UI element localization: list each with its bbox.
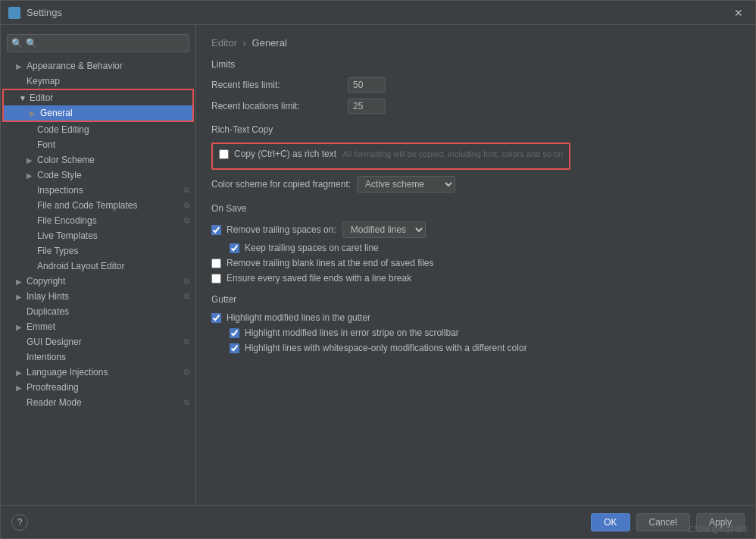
- help-button[interactable]: ?: [11, 514, 28, 531]
- recent-files-row: Recent files limit:: [211, 77, 740, 92]
- sidebar-item-gui-designer[interactable]: GUI Designer ⧉: [1, 334, 195, 349]
- sidebar-item-reader-mode[interactable]: Reader Mode ⧉: [1, 395, 195, 410]
- highlight-whitespace-row: Highlight lines with whitespace-only mod…: [211, 343, 740, 353]
- sidebar-item-keymap[interactable]: Keymap: [1, 74, 195, 89]
- close-button[interactable]: ✕: [729, 5, 748, 20]
- sidebar-item-general[interactable]: ▶ General: [4, 105, 192, 121]
- sidebar-item-label: Android Layout Editor: [37, 261, 189, 271]
- keep-trailing-row: Keep trailing spaces on caret line: [211, 243, 740, 253]
- copy-rich-text-checkbox[interactable]: [219, 149, 229, 159]
- highlight-modified-row: Highlight modified lines in the gutter: [211, 312, 740, 323]
- main-panel: Editor › General Limits Recent files lim…: [196, 25, 755, 505]
- sidebar-item-label: Proofreading: [27, 382, 189, 393]
- breadcrumb-separator: ›: [243, 37, 246, 49]
- expand-arrow: ▼: [19, 94, 27, 102]
- sidebar-item-label: GUI Designer: [27, 337, 184, 347]
- sidebar-item-appearance[interactable]: ▶ Appearance & Behavior: [1, 58, 195, 74]
- remove-trailing-label: Remove trailing spaces on:: [226, 224, 336, 235]
- sidebar-item-label: Inlay Hints: [27, 291, 184, 302]
- app-icon: [8, 7, 20, 19]
- sidebar-item-label: File and Code Templates: [37, 200, 184, 211]
- recent-locations-row: Recent locations limit:: [211, 99, 740, 114]
- watermark-text: CSDN @KGF886: [688, 525, 748, 534]
- sidebar: 🔍 ▶ Appearance & Behavior Keymap ▼ Edito…: [1, 25, 196, 505]
- sidebar-item-label: File Types: [37, 246, 189, 256]
- expand-arrow: ▶: [16, 293, 23, 301]
- sidebar-item-emmet[interactable]: ▶ Emmet: [1, 319, 195, 334]
- copy-rich-text-row: Copy (Ctrl+C) as rich text All formattin…: [219, 149, 563, 159]
- settings-layer-icon: ⧉: [184, 201, 189, 210]
- sidebar-item-copyright[interactable]: ▶ Copyright ⧉: [1, 274, 195, 289]
- remove-blank-row: Remove trailing blank lines at the end o…: [211, 258, 740, 268]
- sidebar-item-label: Intentions: [27, 352, 189, 362]
- search-box: 🔍: [7, 34, 189, 52]
- sidebar-item-code-style[interactable]: ▶ Code Style: [1, 168, 195, 183]
- sidebar-item-label: Appearance & Behavior: [27, 61, 189, 71]
- copy-rich-text-label: Copy (Ctrl+C) as rich text: [234, 149, 336, 159]
- remove-trailing-checkbox[interactable]: [211, 225, 221, 235]
- sidebar-item-file-code-templates[interactable]: File and Code Templates ⧉: [1, 198, 195, 213]
- keep-trailing-checkbox[interactable]: [230, 243, 239, 253]
- rich-text-copy-section-label: Rich-Text Copy: [211, 124, 740, 135]
- highlight-modified-checkbox[interactable]: [211, 313, 221, 323]
- titlebar: Settings ✕: [1, 1, 755, 25]
- sidebar-item-label: Live Templates: [37, 230, 189, 241]
- ok-button[interactable]: OK: [591, 513, 629, 531]
- copy-rich-text-hint: All formatting will be copied, including…: [342, 149, 563, 158]
- sidebar-item-android-layout-editor[interactable]: Android Layout Editor: [1, 259, 195, 274]
- sidebar-item-label: Code Editing: [37, 124, 189, 135]
- sidebar-item-label: Font: [37, 139, 189, 150]
- search-input[interactable]: [7, 34, 189, 52]
- sidebar-item-inspections[interactable]: Inspections ⧉: [1, 183, 195, 198]
- on-save-section-label: On Save: [211, 203, 740, 214]
- sidebar-item-color-scheme[interactable]: ▶ Color Scheme: [1, 152, 195, 168]
- settings-layer-icon: ⧉: [184, 186, 189, 195]
- expand-arrow: ▶: [27, 171, 34, 180]
- search-icon: 🔍: [11, 38, 23, 49]
- expand-arrow: ▶: [16, 62, 23, 71]
- cancel-button[interactable]: Cancel: [636, 513, 690, 531]
- sidebar-item-intentions[interactable]: Intentions: [1, 349, 195, 365]
- sidebar-item-proofreading[interactable]: ▶ Proofreading: [1, 380, 195, 395]
- modified-lines-dropdown[interactable]: Modified lines All None: [342, 221, 426, 238]
- sidebar-item-file-types[interactable]: File Types: [1, 243, 195, 259]
- sidebar-item-language-injections[interactable]: ▶ Language Injections ⧉: [1, 365, 195, 380]
- expand-arrow: ▶: [16, 384, 23, 392]
- breadcrumb-current: General: [252, 37, 287, 49]
- remove-blank-checkbox[interactable]: [211, 259, 221, 268]
- highlight-error-stripe-label: Highlight modified lines in error stripe…: [245, 327, 459, 338]
- sidebar-item-label: Inspections: [37, 185, 184, 196]
- recent-files-input[interactable]: [348, 77, 386, 92]
- settings-layer-icon: ⧉: [184, 292, 189, 301]
- settings-layer-icon: ⧉: [184, 277, 189, 286]
- expand-arrow: ▶: [16, 323, 23, 331]
- sidebar-item-label: Keymap: [27, 76, 189, 86]
- sidebar-item-label: Copyright: [27, 276, 184, 287]
- breadcrumb-parent: Editor: [211, 37, 237, 49]
- sidebar-item-label: Editor: [30, 92, 186, 103]
- sidebar-item-inlay-hints[interactable]: ▶ Inlay Hints ⧉: [1, 289, 195, 304]
- settings-layer-icon: ⧉: [184, 398, 189, 407]
- sidebar-item-file-encodings[interactable]: File Encodings ⧉: [1, 213, 195, 228]
- color-scheme-dropdown[interactable]: Active scheme Default Custom: [357, 176, 455, 193]
- ensure-line-break-checkbox[interactable]: [211, 274, 221, 284]
- breadcrumb: Editor › General: [211, 37, 740, 49]
- keep-trailing-label: Keep trailing spaces on caret line: [245, 243, 379, 253]
- footer-left: ?: [11, 514, 585, 531]
- ensure-line-break-row: Ensure every saved file ends with a line…: [211, 273, 740, 284]
- recent-locations-input[interactable]: [348, 99, 386, 114]
- sidebar-item-code-editing[interactable]: Code Editing: [1, 122, 195, 137]
- sidebar-item-label: General: [40, 108, 186, 118]
- highlight-whitespace-checkbox[interactable]: [230, 343, 239, 353]
- footer: ? OK Cancel Apply: [1, 505, 755, 538]
- sidebar-item-duplicates[interactable]: Duplicates: [1, 304, 195, 319]
- expand-arrow: ▶: [27, 156, 34, 165]
- sidebar-item-label: Reader Mode: [27, 397, 184, 408]
- recent-locations-label: Recent locations limit:: [211, 101, 348, 111]
- sidebar-item-font[interactable]: Font: [1, 137, 195, 152]
- remove-blank-label: Remove trailing blank lines at the end o…: [226, 258, 434, 268]
- expand-arrow: ▶: [30, 109, 37, 118]
- sidebar-item-editor[interactable]: ▼ Editor: [4, 90, 192, 105]
- sidebar-item-live-templates[interactable]: Live Templates: [1, 228, 195, 243]
- highlight-error-stripe-checkbox[interactable]: [230, 328, 239, 338]
